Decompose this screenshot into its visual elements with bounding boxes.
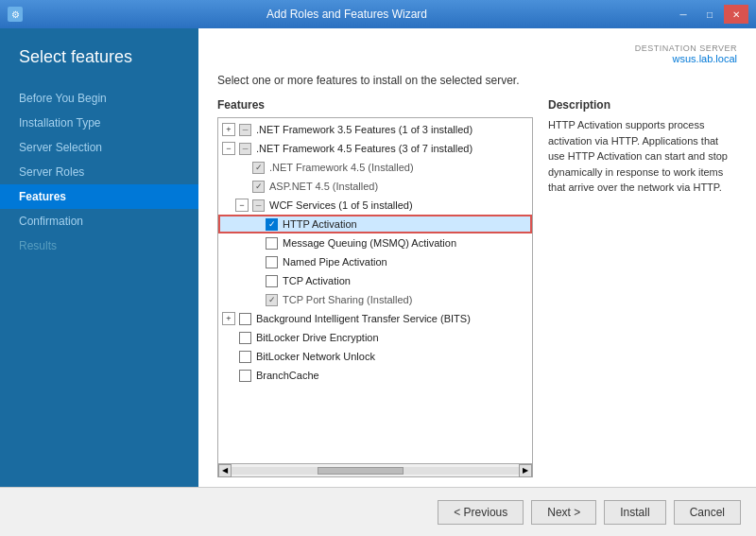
checkbox-branchcache[interactable]: [239, 370, 251, 382]
main-content: DESTINATION SERVER wsus.lab.local Select…: [198, 28, 756, 487]
checkbox-tcp-activation[interactable]: [266, 275, 278, 287]
feature-item-bits[interactable]: + Background Intelligent Transfer Servic…: [218, 309, 532, 328]
checkbox-named-pipe[interactable]: [266, 256, 278, 268]
close-button[interactable]: ✕: [724, 5, 748, 24]
content-area: Features + ─ .NET Framework 3.5 Features…: [217, 98, 737, 477]
checkbox-netfx35[interactable]: ─: [239, 124, 251, 136]
feature-item-tcp-port-sharing[interactable]: ✓ TCP Port Sharing (Installed): [218, 290, 532, 309]
cancel-button[interactable]: Cancel: [674, 500, 741, 525]
features-list-container[interactable]: + ─ .NET Framework 3.5 Features (1 of 3 …: [217, 117, 533, 464]
feature-item-http-activation[interactable]: ✓ HTTP Activation: [218, 215, 532, 233]
feature-label-netfx35: .NET Framework 3.5 Features (1 of 3 inst…: [256, 124, 472, 135]
scroll-track: [232, 467, 519, 475]
app-icon: ⚙: [8, 7, 23, 22]
feature-item-wcf[interactable]: − ─ WCF Services (1 of 5 installed): [218, 196, 532, 215]
sidebar-title: Select features: [0, 47, 198, 86]
feature-label-netfx45: .NET Framework 4.5 Features (3 of 7 inst…: [256, 143, 472, 154]
title-bar: ⚙ Add Roles and Features Wizard ─ □ ✕: [0, 0, 756, 28]
scroll-left-btn[interactable]: ◀: [218, 464, 232, 477]
install-button[interactable]: Install: [604, 500, 665, 525]
window-title: Add Roles and Features Wizard: [23, 8, 671, 21]
feature-label-http-activation: HTTP Activation: [283, 218, 357, 230]
window-controls: ─ □ ✕: [671, 5, 748, 24]
expand-netfx35[interactable]: +: [222, 123, 235, 136]
checkbox-msmq[interactable]: [266, 237, 278, 250]
expand-netfx45[interactable]: −: [222, 142, 235, 155]
feature-item-netfx45-base[interactable]: ✓ .NET Framework 4.5 (Installed): [218, 158, 532, 177]
previous-button[interactable]: < Previous: [438, 500, 524, 525]
feature-label-branchcache: BranchCache: [256, 370, 319, 381]
features-list: + ─ .NET Framework 3.5 Features (1 of 3 …: [218, 118, 532, 387]
scroll-right-btn[interactable]: ▶: [519, 464, 532, 477]
wizard-footer: < Previous Next > Install Cancel: [0, 487, 756, 536]
destination-server-name: wsus.lab.local: [217, 53, 737, 64]
checkbox-bitlocker-drive[interactable]: [239, 332, 251, 344]
feature-item-msmq[interactable]: Message Queuing (MSMQ) Activation: [218, 233, 532, 252]
checkbox-wcf[interactable]: ─: [252, 199, 265, 212]
feature-item-branchcache[interactable]: BranchCache: [218, 366, 532, 385]
features-panel: Features + ─ .NET Framework 3.5 Features…: [217, 98, 533, 477]
features-label: Features: [217, 98, 533, 112]
sidebar-item-server-selection[interactable]: Server Selection: [0, 135, 198, 160]
minimize-button[interactable]: ─: [671, 5, 696, 24]
checkbox-netfx45-base[interactable]: ✓: [252, 162, 265, 174]
expand-bits[interactable]: +: [222, 312, 235, 325]
sidebar-item-server-roles[interactable]: Server Roles: [0, 160, 198, 184]
checkbox-netfx45[interactable]: ─: [239, 143, 251, 155]
sidebar-item-installation-type[interactable]: Installation Type: [0, 111, 198, 135]
feature-label-tcp-activation: TCP Activation: [283, 275, 351, 286]
instruction-text: Select one or more features to install o…: [217, 74, 737, 87]
destination-server-info: DESTINATION SERVER wsus.lab.local: [217, 43, 737, 64]
maximize-button[interactable]: □: [697, 5, 722, 24]
feature-label-wcf: WCF Services (1 of 5 installed): [269, 199, 413, 211]
description-text: HTTP Activation supports process activat…: [548, 117, 737, 196]
sidebar-item-before-you-begin[interactable]: Before You Begin: [0, 86, 198, 111]
feature-item-named-pipe[interactable]: Named Pipe Activation: [218, 252, 532, 271]
next-button[interactable]: Next >: [531, 500, 596, 525]
wizard-body: Select features Before You Begin Install…: [0, 28, 756, 487]
feature-label-netfx45-base: .NET Framework 4.5 (Installed): [269, 162, 414, 173]
sidebar-item-features[interactable]: Features: [0, 184, 198, 209]
checkbox-bits[interactable]: [239, 313, 251, 325]
description-label: Description: [548, 98, 737, 112]
description-panel: Description HTTP Activation supports pro…: [548, 98, 737, 477]
destination-server-label: DESTINATION SERVER: [217, 43, 737, 53]
wizard-container: Select features Before You Begin Install…: [0, 28, 756, 536]
checkbox-tcp-port-sharing[interactable]: ✓: [266, 294, 278, 306]
feature-item-tcp-activation[interactable]: TCP Activation: [218, 271, 532, 290]
horizontal-scrollbar[interactable]: ◀ ▶: [217, 464, 533, 477]
feature-item-bitlocker-network[interactable]: BitLocker Network Unlock: [218, 347, 532, 366]
scroll-thumb[interactable]: [318, 467, 404, 475]
feature-item-aspnet45[interactable]: ✓ ASP.NET 4.5 (Installed): [218, 177, 532, 196]
sidebar: Select features Before You Begin Install…: [0, 28, 198, 487]
feature-label-bitlocker-network: BitLocker Network Unlock: [256, 351, 375, 362]
feature-item-netfx45[interactable]: − ─ .NET Framework 4.5 Features (3 of 7 …: [218, 139, 532, 158]
feature-item-netfx35[interactable]: + ─ .NET Framework 3.5 Features (1 of 3 …: [218, 120, 532, 139]
checkbox-bitlocker-network[interactable]: [239, 351, 251, 363]
feature-label-tcp-port-sharing: TCP Port Sharing (Installed): [283, 294, 412, 305]
feature-label-bits: Background Intelligent Transfer Service …: [256, 313, 471, 324]
feature-label-msmq: Message Queuing (MSMQ) Activation: [283, 237, 456, 249]
feature-item-bitlocker-drive[interactable]: BitLocker Drive Encryption: [218, 328, 532, 347]
sidebar-item-confirmation[interactable]: Confirmation: [0, 209, 198, 233]
feature-label-bitlocker-drive: BitLocker Drive Encryption: [256, 332, 379, 343]
feature-label-aspnet45: ASP.NET 4.5 (Installed): [269, 181, 378, 192]
checkbox-http-activation[interactable]: ✓: [266, 218, 278, 231]
sidebar-item-results: Results: [0, 233, 198, 258]
checkbox-aspnet45[interactable]: ✓: [252, 181, 265, 193]
feature-label-named-pipe: Named Pipe Activation: [283, 256, 387, 268]
expand-wcf[interactable]: −: [235, 199, 249, 212]
